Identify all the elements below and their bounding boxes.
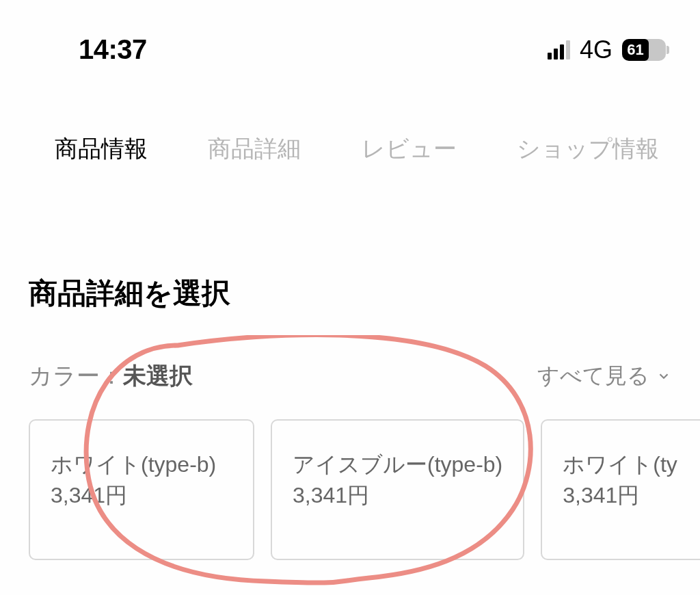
option-name: アイスブルー(type-b) <box>293 448 502 481</box>
view-all-label: すべて見る <box>537 361 649 391</box>
color-options: ホワイト(type-b) 3,341円 アイスブルー(type-b) 3,341… <box>0 392 700 560</box>
tab-reviews[interactable]: レビュー <box>362 133 457 165</box>
section-title: 商品詳細を選択 <box>0 185 700 313</box>
battery-percent: 61 <box>627 41 643 59</box>
color-selected: 未選択 <box>123 362 193 388</box>
option-card[interactable]: ホワイト(type-b) 3,341円 <box>29 419 254 560</box>
tab-product-info[interactable]: 商品情報 <box>55 133 148 165</box>
option-name: ホワイト(ty <box>563 448 700 481</box>
signal-icon <box>548 40 570 60</box>
option-name: ホワイト(type-b) <box>51 448 232 481</box>
tab-shop-info[interactable]: ショップ情報 <box>517 133 659 165</box>
option-price: 3,341円 <box>51 481 232 511</box>
battery-icon: 61 <box>622 39 666 61</box>
tabs: 商品情報 商品詳細 レビュー ショップ情報 <box>0 85 700 185</box>
chevron-down-icon <box>656 369 671 384</box>
color-label-wrap: カラー：未選択 <box>29 360 193 392</box>
status-right: 4G 61 <box>548 36 666 64</box>
network-label: 4G <box>580 36 612 64</box>
tab-product-details[interactable]: 商品詳細 <box>208 133 301 165</box>
status-time: 14:37 <box>79 34 147 65</box>
color-row: カラー：未選択 すべて見る <box>0 313 700 392</box>
option-card[interactable]: アイスブルー(type-b) 3,341円 <box>271 419 524 560</box>
option-card[interactable]: ホワイト(ty 3,341円 <box>541 419 700 560</box>
option-price: 3,341円 <box>563 481 700 511</box>
status-bar: 14:37 4G 61 <box>0 0 700 85</box>
color-label: カラー： <box>29 362 123 388</box>
option-price: 3,341円 <box>293 481 502 511</box>
view-all-button[interactable]: すべて見る <box>537 361 671 391</box>
